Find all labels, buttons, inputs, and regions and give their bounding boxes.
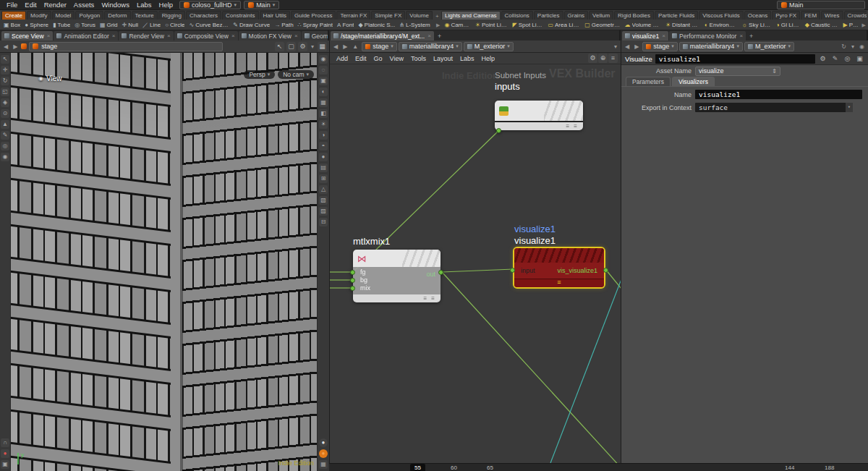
nav-back-icon[interactable]: ◀ — [624, 43, 631, 50]
nav-forward-icon[interactable]: ▶ — [12, 43, 19, 50]
select-mode-icon[interactable]: ↖ — [275, 42, 284, 51]
shelf-tool-spot-light[interactable]: ◤Spot Light — [510, 22, 545, 28]
pane-tab-performance-monitor[interactable]: Performance Monitor× — [669, 31, 746, 41]
desktop-selector-right[interactable]: Main — [777, 1, 865, 9]
camera-persp-icon[interactable]: ◉ — [319, 55, 328, 64]
refresh-icon[interactable]: ↻ — [840, 43, 848, 50]
grid-display-icon[interactable]: ⊞ — [319, 174, 328, 183]
close-tab-icon[interactable]: × — [231, 33, 235, 39]
close-tab-icon[interactable]: × — [111, 33, 116, 39]
chevron-down-icon[interactable]: ▾ — [850, 43, 856, 50]
shelf-tool-area-light[interactable]: ▭Area Light — [545, 22, 582, 28]
viewport-path-dropdown[interactable]: stage — [29, 42, 223, 51]
menu-windows[interactable]: Windows — [98, 1, 133, 9]
shelf-tool-volume-li[interactable]: ☁Volume Li... — [623, 22, 663, 28]
close-tab-icon[interactable]: × — [294, 33, 298, 39]
pane-tab-render-view[interactable]: Render View× — [119, 31, 173, 41]
pencil-icon[interactable]: ✎ — [830, 54, 840, 64]
shelf-tool-torus[interactable]: ◎Torus — [72, 21, 98, 29]
handle-tool-icon[interactable]: ◈ — [1, 98, 9, 107]
shelf-tab-modify[interactable]: Modify — [27, 11, 51, 20]
node-inputs[interactable]: ≡ ≡ — [495, 101, 583, 130]
stepper-icon[interactable]: ⇕ — [772, 68, 777, 75]
pane-tab-visualize1[interactable]: visualize1× — [622, 31, 668, 41]
pane-tab-motion-fx-view[interactable]: Motion FX View× — [239, 31, 301, 41]
layout-grid-icon[interactable]: ▦ — [319, 460, 328, 469]
close-tab-icon[interactable]: × — [661, 33, 665, 39]
breadcrumb-stage[interactable]: stage▾ — [642, 42, 678, 51]
shelf-tab-characters[interactable]: Characters — [186, 11, 221, 20]
network-menu-add[interactable]: Add — [333, 55, 352, 62]
translate-tool-icon[interactable]: ✛ — [1, 66, 9, 75]
shelf-tab-oceans[interactable]: Oceans — [744, 11, 772, 20]
close-tab-icon[interactable]: × — [166, 33, 171, 39]
node-mtlxmix1[interactable]: ⋈ fgbgmix out ≡ ≡ — [353, 250, 441, 302]
node-flags[interactable]: ≡ ≡ — [566, 122, 579, 130]
menu-file[interactable]: File — [3, 1, 21, 9]
rotate-tool-icon[interactable]: ↻ — [1, 77, 9, 85]
display-flag-icon[interactable]: ≡ — [557, 279, 561, 286]
network-menu-view[interactable]: View — [386, 55, 407, 62]
shelf-tab-fem[interactable]: FEM — [801, 11, 820, 20]
select-tool-icon[interactable]: ↖ — [1, 55, 9, 64]
network-menu-tools[interactable]: Tools — [407, 55, 430, 62]
new-shelf-tab-button[interactable]: + — [433, 13, 441, 20]
shelf-tool-font[interactable]: AFont — [335, 21, 356, 29]
shelf-tab-create[interactable]: Create — [1, 11, 26, 20]
menu-edit[interactable]: Edit — [21, 1, 40, 9]
key-icon[interactable]: ● — [1, 449, 9, 458]
close-tab-icon[interactable]: × — [739, 33, 743, 39]
search-icon[interactable]: ◎ — [843, 54, 852, 64]
magnet-icon[interactable]: ∩ — [1, 438, 9, 447]
param-tab-visualizers[interactable]: Visualizers — [672, 77, 715, 86]
chevron-down-icon[interactable]: ▾ — [613, 43, 618, 50]
breadcrumb-m-exterior[interactable]: M_exterior▾ — [744, 42, 794, 51]
wireframe-icon[interactable]: ▦ — [319, 98, 328, 107]
node-visualize1[interactable]: input vis_visualize1 ≡ — [513, 247, 605, 289]
pane-tab-scene-view[interactable]: Scene View× — [1, 31, 53, 41]
node-name-field[interactable]: visualize1 — [655, 54, 815, 64]
camera-menu[interactable]: No cam▾ — [278, 70, 314, 79]
gear-icon[interactable]: ⚙ — [818, 54, 827, 64]
shelf-tab-hair-utils[interactable]: Hair Utils — [260, 11, 290, 20]
shelf-tool-geometry[interactable]: ▢Geometry... — [582, 22, 622, 28]
shelf-tool-environm[interactable]: ◐Environm... — [702, 22, 740, 28]
chevron-down-icon[interactable]: ▾ — [310, 43, 315, 50]
input-connector[interactable] — [510, 268, 515, 273]
search-icon[interactable]: ⊕ — [598, 54, 608, 63]
overlay-icon[interactable]: ▨ — [319, 207, 328, 216]
pin-view-icon[interactable]: ◌ — [319, 66, 328, 75]
shelf-tool-null[interactable]: ✛Null — [120, 21, 140, 29]
network-menu-help[interactable]: Help — [477, 55, 498, 62]
nav-forward-icon[interactable]: ▶ — [633, 43, 640, 50]
playbar-tick[interactable]: 188 — [825, 464, 834, 471]
shade-mode-icon[interactable]: ◐ — [319, 88, 328, 96]
pane-tab-animation-editor[interactable]: Animation Editor× — [54, 31, 118, 41]
export-context-select[interactable]: surface ▾ — [695, 103, 853, 112]
projection-menu[interactable]: Persp▾ — [244, 70, 275, 79]
input-connector[interactable] — [350, 286, 355, 291]
shelf-tab-particle-fluids[interactable]: Particle Fluids — [655, 11, 698, 20]
snapshot-icon[interactable]: ▣ — [1, 460, 9, 469]
shelf-tool-draw-curve[interactable]: ✎Draw Curve — [231, 21, 272, 29]
view-tool-icon[interactable]: ◉ — [1, 153, 9, 161]
shelf-tool-distant-li[interactable]: ☀Distant Li... — [663, 22, 702, 28]
shelf-tab-vellum[interactable]: Vellum — [589, 11, 613, 20]
shelf-tab-guide-process[interactable]: Guide Process — [291, 11, 336, 20]
pose-tool-icon[interactable]: ⊙ — [1, 109, 9, 118]
node-flags[interactable]: ≡ ≡ — [423, 294, 436, 302]
shelf-tab-crowds[interactable]: Crowds — [844, 11, 867, 20]
nav-forward-icon[interactable]: ▶ — [341, 43, 349, 50]
param-tab-parameters[interactable]: Parameters — [626, 77, 671, 86]
output-connector[interactable] — [438, 270, 443, 275]
pane-tab-stage-materiallibrary4-m-ext[interactable]: /stage/materiallibrary4/M_ext...× — [331, 31, 434, 41]
scale-tool-icon[interactable]: ◱ — [1, 88, 9, 96]
playbar[interactable]: 556065144188 — [329, 463, 868, 471]
playbar-tick[interactable]: 60 — [451, 464, 457, 471]
output-connector[interactable] — [496, 128, 501, 133]
shelf-tab-simple-fx[interactable]: Simple FX — [371, 11, 405, 20]
material-icon[interactable]: ● — [319, 153, 328, 161]
pin-icon[interactable]: ◉ — [858, 43, 866, 50]
backface-icon[interactable]: ◧ — [319, 109, 328, 118]
shelf-tool-point-light[interactable]: ☀Point Light — [473, 22, 511, 28]
